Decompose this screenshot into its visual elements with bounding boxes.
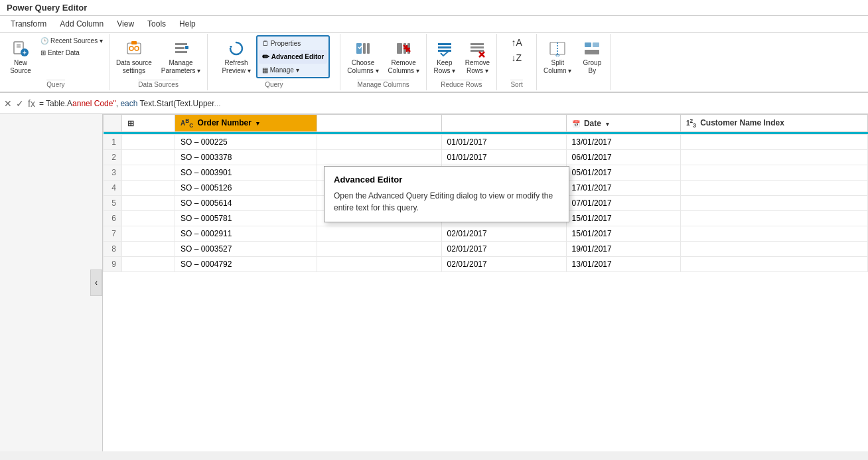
remove-columns-button[interactable]: RemoveColumns ▾ bbox=[384, 35, 423, 78]
svg-rect-8 bbox=[131, 41, 137, 44]
svg-rect-1 bbox=[17, 44, 21, 46]
svg-rect-12 bbox=[185, 46, 188, 49]
manage-columns-group-label: Manage Columns bbox=[357, 80, 409, 89]
ribbon-group-query: + NewSource 🕒 Recent Sources ▾ ⊞ Enter D… bbox=[3, 34, 109, 90]
properties-icon: 🗒 bbox=[262, 40, 269, 47]
split-column-button[interactable]: ⇔ SplitColumn ▾ bbox=[540, 35, 575, 78]
sidebar: ‹ bbox=[0, 114, 103, 451]
manage-parameters-button[interactable]: ManageParameters ▾ bbox=[157, 35, 204, 78]
formula-cancel-button[interactable]: ✕ bbox=[4, 98, 12, 109]
svg-text:⇔: ⇔ bbox=[555, 52, 560, 58]
sort-group-label: Sort bbox=[510, 80, 522, 89]
manage-parameters-icon bbox=[171, 38, 192, 59]
svg-rect-26 bbox=[438, 50, 451, 52]
order-number-label: Order Number bbox=[198, 118, 252, 127]
col2-header[interactable] bbox=[317, 115, 441, 132]
row-3-cni bbox=[680, 165, 867, 181]
svg-rect-11 bbox=[175, 51, 187, 53]
choose-columns-icon bbox=[352, 38, 374, 59]
row-2-col2 bbox=[317, 150, 441, 165]
sort-asc-button[interactable]: ↑A bbox=[508, 35, 525, 50]
manage-button[interactable]: ▦ Manage ▾ bbox=[259, 64, 327, 76]
svg-rect-10 bbox=[175, 47, 184, 49]
row-5-table-icon bbox=[122, 196, 175, 211]
order-type-icon: ABC bbox=[181, 119, 193, 127]
sidebar-toggle-button[interactable]: ‹ bbox=[90, 269, 102, 296]
row-8-col2 bbox=[317, 242, 441, 257]
svg-rect-25 bbox=[438, 46, 451, 48]
row-8-date: 19/01/2017 bbox=[566, 242, 680, 257]
menu-transform[interactable]: Transform bbox=[5, 17, 52, 31]
svg-rect-36 bbox=[593, 42, 599, 47]
sort-desc-button[interactable]: ↓Z bbox=[508, 50, 525, 65]
menu-add-column[interactable]: Add Column bbox=[54, 17, 109, 31]
svg-rect-35 bbox=[585, 42, 591, 47]
table-row: 2 SO – 0003378 01/01/2017 06/01/2017 bbox=[104, 150, 868, 165]
menu-help[interactable]: Help bbox=[174, 17, 201, 31]
data-source-settings-button[interactable]: Data sourcesettings bbox=[112, 35, 156, 78]
ribbon-content: + NewSource 🕒 Recent Sources ▾ ⊞ Enter D… bbox=[0, 33, 868, 92]
date-header[interactable]: 📅 Date ▾ bbox=[566, 115, 680, 132]
query-buttons: + NewSource 🕒 Recent Sources ▾ ⊞ Enter D… bbox=[5, 35, 106, 78]
enter-data-button[interactable]: ⊞ Enter Data bbox=[37, 47, 106, 58]
row-1-order: SO – 000225 bbox=[175, 135, 317, 150]
svg-rect-24 bbox=[438, 43, 451, 45]
table-area[interactable]: ⊞ ABC Order Number ▾ 📅 Da bbox=[103, 114, 868, 451]
remove-columns-icon bbox=[393, 38, 414, 59]
recent-sources-button[interactable]: 🕒 Recent Sources ▾ bbox=[37, 35, 106, 46]
formula-confirm-button[interactable]: ✓ bbox=[16, 98, 24, 109]
row-num-2: 2 bbox=[104, 150, 122, 165]
formula-fx-label: fx bbox=[28, 98, 35, 109]
sort-buttons: ↑A ↓Z bbox=[508, 35, 525, 78]
table-row: 7 SO – 0002911 02/01/2017 15/01/2017 bbox=[104, 226, 868, 242]
recent-enter-stack: 🕒 Recent Sources ▾ ⊞ Enter Data bbox=[37, 35, 106, 58]
advanced-editor-button[interactable]: ✏ Advanced Editor bbox=[259, 50, 327, 64]
remove-rows-button[interactable]: RemoveRows ▾ bbox=[461, 35, 494, 78]
svg-rect-2 bbox=[17, 46, 21, 48]
split-column-icon: ⇔ bbox=[547, 38, 568, 59]
refresh-preview-label: RefreshPreview ▾ bbox=[222, 59, 250, 75]
query-group-label: Query bbox=[46, 80, 64, 89]
group-by-icon bbox=[581, 38, 603, 59]
row-9-cni bbox=[680, 257, 867, 272]
remove-columns-label: RemoveColumns ▾ bbox=[388, 59, 419, 75]
order-number-header[interactable]: ABC Order Number ▾ bbox=[175, 115, 317, 132]
reduce-rows-buttons: KeepRows ▾ RemoveRows ▾ bbox=[429, 35, 494, 78]
row-1-col2 bbox=[317, 135, 441, 150]
svg-rect-37 bbox=[585, 50, 599, 54]
svg-rect-16 bbox=[367, 43, 370, 54]
new-source-button[interactable]: + NewSource bbox=[5, 35, 36, 78]
date-filter-button[interactable]: ▾ bbox=[606, 121, 609, 127]
group-by-button[interactable]: GroupBy bbox=[577, 35, 607, 78]
enter-data-icon: ⊞ bbox=[40, 49, 46, 56]
row-2-cni bbox=[680, 150, 867, 165]
advanced-editor-label: Advanced Editor bbox=[271, 53, 324, 60]
new-source-label: NewSource bbox=[10, 59, 31, 75]
refresh-preview-button[interactable]: RefreshPreview ▾ bbox=[218, 35, 254, 78]
row-6-cni bbox=[680, 211, 867, 226]
col3-header[interactable] bbox=[441, 115, 566, 132]
row-2-table-icon bbox=[122, 150, 175, 165]
customer-name-index-header[interactable]: 123 Customer Name Index bbox=[680, 115, 867, 132]
choose-columns-label: ChooseColumns ▾ bbox=[347, 59, 378, 75]
row-2-date: 06/01/2017 bbox=[566, 150, 680, 165]
menu-view[interactable]: View bbox=[111, 17, 139, 31]
row-num-1: 1 bbox=[104, 135, 122, 150]
order-number-filter-button[interactable]: ▾ bbox=[256, 120, 259, 127]
row-num-3: 3 bbox=[104, 165, 122, 181]
svg-text:+: + bbox=[23, 49, 27, 56]
row-9-order: SO – 0004792 bbox=[175, 257, 317, 272]
choose-columns-button[interactable]: ChooseColumns ▾ bbox=[343, 35, 382, 78]
advanced-editor-tooltip: Advanced Editor Open the Advanced Query … bbox=[324, 166, 569, 222]
main-area: ‹ ⊞ ABC Order Number ▾ bbox=[0, 114, 868, 451]
row-num-8: 8 bbox=[104, 242, 122, 257]
properties-label: Properties bbox=[271, 40, 301, 47]
menu-tools[interactable]: Tools bbox=[142, 17, 171, 31]
sort-asc-icon: ↑A bbox=[511, 37, 522, 48]
properties-button[interactable]: 🗒 Properties bbox=[259, 38, 327, 49]
menu-bar: Transform Add Column View Tools Help bbox=[0, 16, 868, 33]
ribbon: + NewSource 🕒 Recent Sources ▾ ⊞ Enter D… bbox=[0, 33, 868, 93]
ribbon-group-reduce-rows: KeepRows ▾ RemoveRows ▾ Reduce Rows bbox=[427, 34, 497, 90]
row-2-order: SO – 0003378 bbox=[175, 150, 317, 165]
keep-rows-button[interactable]: KeepRows ▾ bbox=[429, 35, 460, 78]
